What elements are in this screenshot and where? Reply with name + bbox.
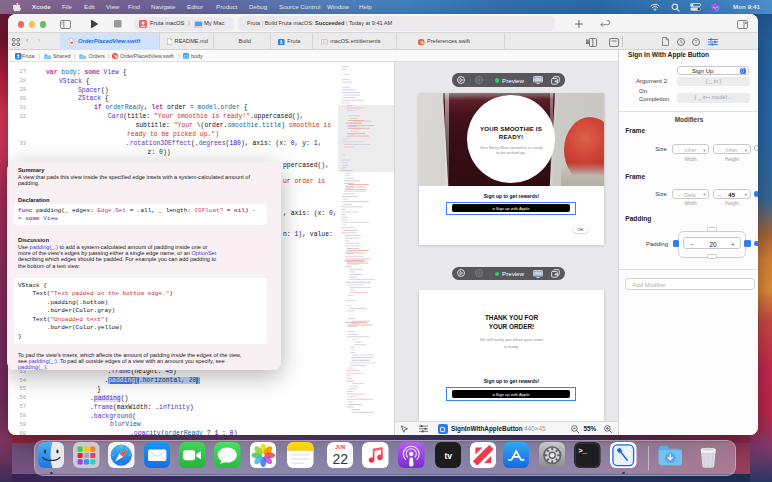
- svg-text:JUN: JUN: [335, 445, 345, 450]
- svg-text:{}: {}: [184, 55, 189, 59]
- svg-text:?: ?: [695, 38, 698, 44]
- svg-text:22: 22: [332, 450, 348, 466]
- svg-text:tv: tv: [444, 451, 452, 461]
- svg-text:>_: >_: [579, 446, 588, 454]
